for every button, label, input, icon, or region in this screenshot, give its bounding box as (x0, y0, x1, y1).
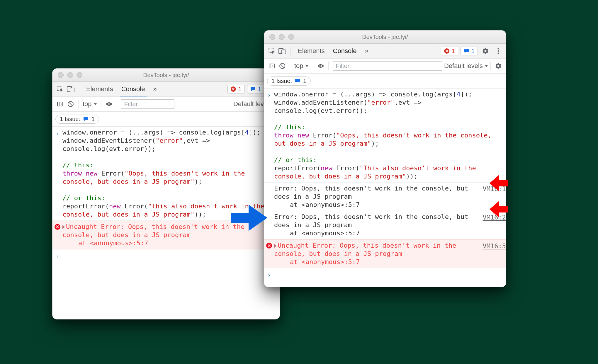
expand-triangle-icon[interactable] (274, 244, 276, 248)
window-title: DevTools - jec.fyi/ (264, 34, 506, 40)
tl-min[interactable] (67, 72, 73, 78)
console-input-row: › window.onerror = (...args) => console.… (264, 89, 506, 183)
tab-elements[interactable]: Elements (82, 82, 117, 96)
context-selector[interactable]: top (293, 62, 310, 70)
error-message: Uncaught Error: Oops, this doesn't work … (62, 223, 244, 239)
tab-elements[interactable]: Elements (294, 44, 329, 58)
issues-chip[interactable]: 1 Issue: 1 (55, 115, 99, 124)
svg-point-12 (498, 53, 499, 54)
live-expression-icon[interactable] (104, 99, 114, 109)
stack-trace: at <anonymous>:5:7 (274, 258, 479, 266)
error-count-badge[interactable]: 1 (441, 47, 458, 55)
annotation-arrow-red-1 (490, 175, 508, 191)
message-count-badge[interactable]: 1 (247, 85, 264, 93)
filter-placeholder: Filter (124, 101, 138, 108)
main-toolbar: Elements Console » 1 1 (52, 82, 280, 97)
annotation-arrow-red-2 (490, 201, 508, 217)
svg-point-11 (498, 50, 499, 52)
tl-close[interactable] (58, 72, 64, 78)
input-prompt-icon: › (264, 270, 274, 279)
window-titlebar: DevTools - jec.fyi/ (52, 69, 280, 82)
svg-rect-2 (70, 88, 74, 92)
console-settings-icon[interactable] (493, 61, 504, 71)
stack-trace: at <anonymous>:5:7 (62, 239, 261, 247)
issues-count: 1 (91, 116, 95, 123)
settings-icon[interactable] (480, 46, 491, 56)
stack-trace: at <anonymous>:5:7 (274, 201, 479, 209)
clear-console-icon[interactable] (65, 99, 76, 109)
window-titlebar: DevTools - jec.fyi/ (264, 30, 506, 44)
inspect-element-icon[interactable] (55, 84, 65, 94)
error-icon (444, 48, 449, 54)
caret-down-icon (485, 65, 488, 67)
tl-min[interactable] (279, 34, 285, 40)
log-levels-label: Default levels (444, 62, 483, 70)
message-count-badge[interactable]: 1 (461, 47, 478, 55)
kebab-menu-icon[interactable] (493, 46, 504, 56)
console-sidebar-toggle-icon[interactable] (266, 61, 277, 71)
devtools-window-after: DevTools - jec.fyi/ Elements Console » 1… (264, 30, 506, 287)
source-link[interactable]: VM16:5 (483, 241, 506, 266)
svg-point-10 (498, 48, 499, 50)
console-subtoolbar: top Filter Default levels (264, 59, 506, 74)
error-icon (52, 223, 62, 247)
main-toolbar: Elements Console » 1 1 (264, 44, 506, 59)
context-selector[interactable]: top (81, 100, 99, 108)
tl-max[interactable] (288, 34, 294, 40)
error-icon (231, 86, 236, 92)
message-icon (295, 78, 300, 84)
caret-down-icon (305, 65, 309, 67)
console-output: › window.onerror = (...args) => console.… (264, 89, 506, 287)
filter-placeholder: Filter (336, 62, 350, 69)
device-toggle-icon[interactable] (65, 84, 76, 94)
clear-console-icon[interactable] (277, 61, 288, 71)
input-prompt-icon: › (264, 90, 274, 181)
issues-bar: 1 Issue: 1 (52, 112, 280, 127)
message-count: 1 (258, 86, 261, 93)
live-expression-icon[interactable] (315, 61, 326, 71)
context-label: top (83, 100, 92, 108)
console-error-row[interactable]: Uncaught Error: Oops, this doesn't work … (264, 239, 506, 268)
message-icon (464, 48, 469, 54)
error-message: Uncaught Error: Oops, this doesn't work … (274, 242, 456, 257)
console-code: window.onerror = (...args) => console.lo… (274, 90, 506, 181)
devtools-window-before: DevTools - jec.fyi/ Elements Console » 1… (52, 68, 280, 319)
console-subtoolbar: top Filter Default levels (52, 97, 280, 112)
traffic-lights (52, 72, 88, 78)
console-log-row[interactable]: Error: Oops, this doesn't work in the co… (264, 183, 506, 211)
issues-label: 1 Issue: (60, 116, 80, 123)
error-count-badge[interactable]: 1 (227, 85, 245, 93)
annotation-arrow-blue (231, 205, 267, 231)
tab-more[interactable]: » (361, 44, 372, 58)
inspect-element-icon[interactable] (266, 46, 277, 56)
error-count: 1 (238, 86, 242, 93)
expand-triangle-icon[interactable] (62, 225, 65, 229)
issues-label: 1 Issue: (271, 78, 292, 84)
traffic-lights (264, 34, 299, 40)
input-prompt-icon: › (52, 128, 62, 219)
error-count: 1 (452, 48, 455, 55)
console-prompt-row[interactable]: › (52, 249, 280, 262)
svg-rect-8 (282, 50, 286, 54)
filter-input[interactable]: Filter (121, 99, 174, 109)
console-sidebar-toggle-icon[interactable] (55, 99, 65, 109)
tab-console[interactable]: Console (329, 44, 361, 58)
input-prompt-icon: › (52, 251, 62, 260)
device-toggle-icon[interactable] (277, 46, 288, 56)
issues-bar: 1 Issue: 1 (264, 74, 506, 89)
tab-console[interactable]: Console (117, 82, 149, 96)
console-prompt-row[interactable]: › (264, 268, 506, 281)
svg-rect-4 (57, 102, 63, 106)
tl-max[interactable] (77, 72, 82, 78)
log-levels-selector[interactable]: Default levels (444, 62, 488, 70)
issues-count: 1 (303, 78, 306, 84)
log-message: Error: Oops, this doesn't work in the co… (274, 185, 468, 200)
console-log-row[interactable]: Error: Oops, this doesn't work in the co… (264, 211, 506, 239)
tl-close[interactable] (269, 34, 275, 40)
issues-chip[interactable]: 1 Issue: 1 (267, 76, 311, 86)
stack-trace: at <anonymous>:5:7 (274, 229, 479, 237)
message-count: 1 (471, 48, 475, 55)
filter-input[interactable]: Filter (333, 61, 442, 71)
tab-more[interactable]: » (149, 82, 161, 96)
log-message: Error: Oops, this doesn't work in the co… (274, 213, 468, 229)
